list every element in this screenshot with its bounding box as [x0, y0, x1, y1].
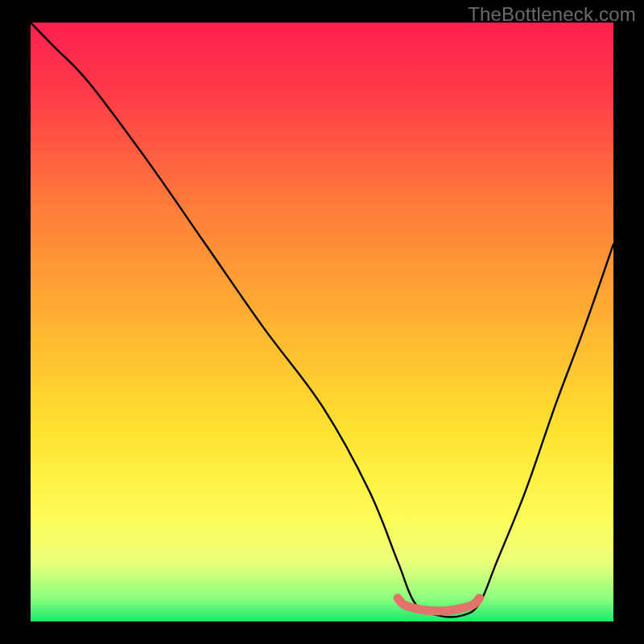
chart-frame: [31, 23, 613, 621]
chart-svg: [31, 23, 613, 621]
plot-area: [31, 23, 613, 621]
bottleneck-curve: [31, 23, 613, 617]
optimal-range-marker: [398, 598, 479, 611]
watermark-text: TheBottleneck.com: [468, 3, 636, 26]
